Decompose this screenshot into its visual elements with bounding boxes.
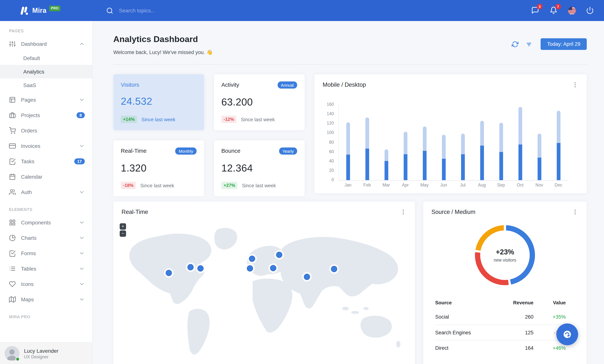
sidebar-item-label: Dashboard xyxy=(21,41,47,47)
sidebar-item-pages[interactable]: Pages xyxy=(0,92,92,107)
y-tick-label: 60 xyxy=(329,149,334,154)
sidebar-item-default[interactable]: Default xyxy=(0,51,92,65)
sidebar-item-label: Projects xyxy=(21,112,40,118)
map-zoom-controls: + − xyxy=(120,223,126,237)
sidebar-item-label: Orders xyxy=(21,127,37,133)
map-marker[interactable] xyxy=(329,264,339,274)
stat-delta-badge: -18% xyxy=(121,182,136,189)
sidebar-item-label: SaaS xyxy=(23,82,36,88)
bar-segment-mobile xyxy=(480,146,484,180)
avatar[interactable] xyxy=(4,346,20,361)
calendar-icon xyxy=(9,173,16,180)
map-marker[interactable] xyxy=(164,268,174,278)
search-bar[interactable] xyxy=(106,7,531,14)
stat-caption: Since last week xyxy=(242,183,276,188)
x-tick-label: Sep xyxy=(491,183,511,187)
world-map[interactable] xyxy=(113,218,415,360)
bar-sep[interactable] xyxy=(492,105,511,180)
sidebar-item-invoices[interactable]: Invoices xyxy=(0,138,92,153)
bar-aug[interactable] xyxy=(473,105,492,180)
sidebar-item-projects[interactable]: Projects8 xyxy=(0,107,92,123)
sign-out-button[interactable] xyxy=(586,6,594,15)
map-marker[interactable] xyxy=(245,264,255,273)
chevron-down-icon xyxy=(79,97,85,103)
search-input[interactable] xyxy=(119,8,231,13)
bar-may[interactable] xyxy=(415,105,434,180)
bar-jul[interactable] xyxy=(453,105,473,180)
sidebar-item-calendar[interactable]: Calendar xyxy=(0,169,92,184)
cell-source: Direct xyxy=(435,345,500,351)
sidebar-item-label: Tasks xyxy=(21,158,35,164)
sidebar-item-components[interactable]: Components xyxy=(0,215,92,230)
more-vertical-icon[interactable] xyxy=(572,209,579,215)
cell-revenue: 164 xyxy=(500,345,533,351)
bar-dec[interactable] xyxy=(549,105,568,180)
bar-mar[interactable] xyxy=(377,105,396,180)
sidebar-badge: 8 xyxy=(76,112,85,118)
sidebar-item-saas[interactable]: SaaS xyxy=(0,78,92,92)
header-actions: Today: April 29 xyxy=(512,38,587,50)
user-role: UX Designer xyxy=(24,354,59,359)
more-vertical-icon[interactable] xyxy=(400,209,407,215)
column-header-revenue: Revenue xyxy=(500,300,533,305)
sidebar-item-maps[interactable]: Maps xyxy=(0,292,92,307)
sliders-icon xyxy=(9,40,16,47)
map-marker[interactable] xyxy=(186,262,195,272)
filter-icon[interactable] xyxy=(526,41,532,48)
bar-apr[interactable] xyxy=(396,105,415,180)
x-tick-label: Jul xyxy=(453,183,472,187)
donut-center-value: +23% xyxy=(496,248,514,256)
stat-title: Bounce xyxy=(221,148,240,154)
stat-period-badge[interactable]: Annual xyxy=(277,81,297,88)
sidebar-item-orders[interactable]: Orders xyxy=(0,123,92,138)
bar-segment-desktop xyxy=(499,123,503,152)
more-vertical-icon[interactable] xyxy=(572,81,579,88)
sidebar-item-tables[interactable]: Tables xyxy=(0,261,92,276)
map-marker[interactable] xyxy=(247,254,257,264)
mira-logo-icon xyxy=(19,5,29,16)
bar-jun[interactable] xyxy=(434,105,453,180)
sidebar-item-icons[interactable]: Icons xyxy=(0,276,92,292)
bar-feb[interactable] xyxy=(358,105,377,180)
theme-settings-fab[interactable] xyxy=(556,324,578,345)
sidebar-item-label: Tables xyxy=(21,265,36,272)
stat-period-badge[interactable]: Monthly xyxy=(175,148,197,155)
cart-icon xyxy=(9,127,16,134)
bar-jan[interactable] xyxy=(339,105,358,180)
sidebar-user[interactable]: Lucy Lavender UX Designer xyxy=(0,342,92,364)
sidebar-item-tasks[interactable]: Tasks17 xyxy=(0,153,92,169)
user-name: Lucy Lavender xyxy=(24,348,59,354)
sidebar-item-charts[interactable]: Charts xyxy=(0,230,92,245)
bar-chart-xlabels: JanFebMarAprMayJunJulAugSepOctNovDec xyxy=(338,183,568,187)
table-row-social[interactable]: Social 260 +35% xyxy=(435,309,566,325)
date-picker-button[interactable]: Today: April 29 xyxy=(541,38,587,50)
map-marker[interactable] xyxy=(275,250,284,260)
messages-button[interactable]: 3 xyxy=(531,6,540,15)
y-tick-label: 160 xyxy=(327,102,334,107)
stat-period-badge[interactable]: Yearly xyxy=(279,148,297,155)
refresh-icon[interactable] xyxy=(512,41,519,48)
notifications-button[interactable]: 7 xyxy=(550,6,558,15)
sidebar-item-dashboard[interactable]: Dashboard xyxy=(0,36,92,51)
map-marker[interactable] xyxy=(268,263,278,273)
map-marker[interactable] xyxy=(302,272,312,282)
sidebar-item-analytics[interactable]: Analytics xyxy=(0,65,92,78)
language-flag-us[interactable] xyxy=(568,7,576,14)
sidebar-badge: 17 xyxy=(74,158,85,164)
bar-nov[interactable] xyxy=(530,105,549,180)
sidebar-item-label: Charts xyxy=(21,235,36,241)
sidebar-item-auth[interactable]: Auth xyxy=(0,184,92,200)
sidebar-item-forms[interactable]: Forms xyxy=(0,245,92,261)
column-header-value: Value xyxy=(533,300,566,305)
map-zoom-out-button[interactable]: − xyxy=(120,230,126,237)
map-marker[interactable] xyxy=(196,264,205,273)
bar-oct[interactable] xyxy=(511,105,530,180)
pro-badge: PRO xyxy=(49,5,61,11)
brand[interactable]: Mira PRO xyxy=(0,5,93,16)
bar-chart-yaxis: 020406080100120140160 xyxy=(323,104,334,180)
table-row-search-engines[interactable]: Search Engines 125 -12% xyxy=(435,325,566,340)
map-zoom-in-button[interactable]: + xyxy=(120,223,126,230)
table-row-direct[interactable]: Direct 164 +46% xyxy=(435,340,566,355)
bar-segment-mobile xyxy=(423,151,427,180)
bar-segment-mobile xyxy=(518,144,522,180)
